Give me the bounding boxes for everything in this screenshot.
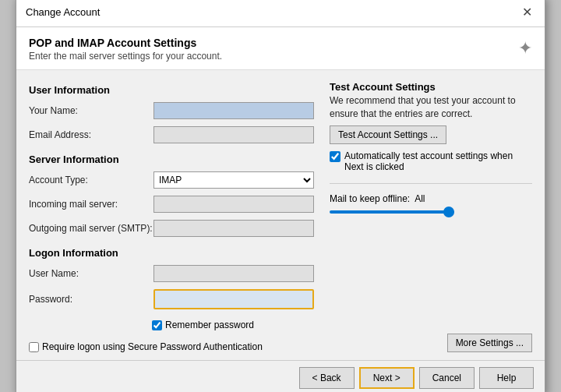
your-name-input[interactable] (153, 102, 314, 119)
offline-mail-label: Mail to keep offline: (330, 193, 410, 204)
dialog-body: User Information Your Name: Email Addres… (16, 70, 545, 360)
right-col-inner: Test Account Settings We recommend that … (330, 81, 532, 352)
server-info-section-title: Server Information (29, 154, 314, 165)
close-button[interactable]: ✕ (518, 3, 535, 20)
username-input[interactable] (153, 265, 314, 282)
password-wrapper (153, 289, 314, 309)
right-column: Test Account Settings We recommend that … (330, 81, 532, 352)
header-text: POP and IMAP Account Settings Enter the … (29, 37, 222, 62)
email-row: Email Address: (29, 126, 314, 143)
cancel-button[interactable]: Cancel (419, 367, 475, 389)
next-button[interactable]: Next > (359, 367, 415, 389)
test-account-title: Test Account Settings (330, 81, 532, 93)
your-name-row: Your Name: (29, 102, 314, 119)
change-account-dialog: Change Account ✕ POP and IMAP Account Se… (16, 0, 545, 392)
header-subtitle: Enter the mail server settings for your … (29, 51, 222, 62)
remember-password-checkbox[interactable] (152, 320, 162, 330)
username-row: User Name: (29, 265, 314, 282)
more-settings-button[interactable]: More Settings ... (447, 334, 532, 352)
email-label: Email Address: (29, 129, 153, 140)
logon-info-section-title: Logon Information (29, 247, 314, 259)
title-bar: Change Account ✕ (16, 0, 545, 27)
test-account-settings-button[interactable]: Test Account Settings ... (330, 125, 446, 144)
remember-password-row: Remember password (152, 320, 314, 330)
outgoing-server-row: Outgoing mail server (SMTP): (29, 220, 314, 237)
auto-test-label: Automatically test account settings when… (344, 150, 532, 172)
back-button[interactable]: < Back (299, 367, 355, 389)
header-icon: ✦ (518, 38, 532, 58)
dialog-footer: < Back Next > Cancel Help (16, 360, 545, 392)
header-title: POP and IMAP Account Settings (29, 37, 222, 49)
help-button[interactable]: Help (479, 367, 534, 389)
offline-slider-container (330, 210, 532, 214)
incoming-server-row: Incoming mail server: (29, 196, 314, 213)
incoming-server-input[interactable] (153, 196, 314, 213)
remember-password-label: Remember password (165, 320, 254, 330)
account-type-row: Account Type: IMAP POP3 (29, 171, 314, 189)
left-column: User Information Your Name: Email Addres… (29, 81, 314, 352)
offline-slider[interactable] (330, 210, 454, 214)
password-label: Password: (29, 294, 153, 305)
password-input[interactable] (155, 291, 312, 308)
dialog-header: POP and IMAP Account Settings Enter the … (16, 27, 545, 70)
incoming-server-label: Incoming mail server: (29, 199, 153, 210)
secure-auth-checkbox[interactable] (29, 342, 39, 352)
account-type-select[interactable]: IMAP POP3 (153, 171, 314, 189)
secure-auth-label: Require logon using Secure Password Auth… (42, 341, 263, 352)
user-info-section-title: User Information (29, 84, 314, 96)
divider (330, 183, 532, 184)
offline-mail-row: Mail to keep offline: All (330, 193, 532, 204)
secure-auth-row: Require logon using Secure Password Auth… (29, 341, 314, 352)
outgoing-server-label: Outgoing mail server (SMTP): (29, 223, 153, 234)
your-name-label: Your Name: (29, 105, 153, 116)
username-label: User Name: (29, 268, 153, 279)
account-type-label: Account Type: (29, 175, 153, 185)
test-account-description: We recommend that you test your account … (330, 94, 532, 121)
outgoing-server-input[interactable] (153, 220, 314, 237)
password-row: Password: (29, 289, 314, 309)
auto-test-row: Automatically test account settings when… (330, 150, 532, 172)
offline-mail-value: All (415, 193, 425, 204)
dialog-title: Change Account (26, 6, 100, 18)
email-input[interactable] (153, 126, 314, 143)
auto-test-checkbox[interactable] (330, 151, 340, 162)
